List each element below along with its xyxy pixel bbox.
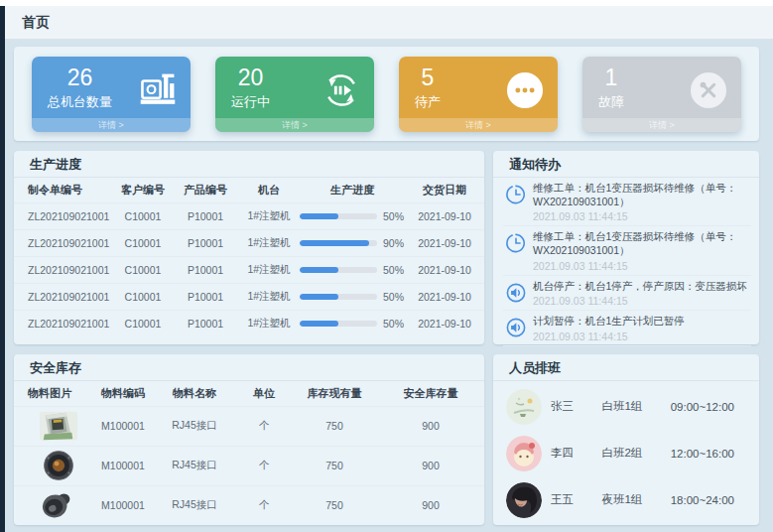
customer-no-cell: C10001 bbox=[113, 283, 173, 310]
progress-label: 50% bbox=[383, 318, 404, 330]
staff-shift: 夜班1组 bbox=[601, 492, 670, 507]
staff-shift: 白班1组 bbox=[601, 399, 670, 414]
staff-schedule-panel: 人员排班 bbox=[493, 354, 759, 525]
notice-timestamp: 2021.09.03 11:44:15 bbox=[533, 210, 751, 222]
card-detail-link[interactable]: 详情 > bbox=[399, 118, 558, 132]
stat-label: 待产 bbox=[415, 93, 441, 111]
notice-item[interactable]: 机台停产：机台1停产，停产原因：变压器损坏 2021.09.03 11:44:1… bbox=[503, 276, 751, 312]
notice-text: 维修工单：机台1变压器损坏待维修（单号：WX202109031001） bbox=[533, 182, 751, 208]
material-image-cell bbox=[14, 485, 93, 525]
avatar bbox=[506, 436, 542, 471]
material-name-cell: RJ45接口 bbox=[153, 446, 236, 485]
card-detail-link[interactable]: 详情 > bbox=[582, 118, 741, 132]
tools-icon bbox=[690, 71, 727, 109]
material-code-cell: M100001 bbox=[93, 406, 153, 446]
stat-card[interactable]: 5 待产 bbox=[399, 57, 558, 132]
progress-bar bbox=[300, 294, 377, 300]
column-header: 库存现有量 bbox=[292, 381, 377, 406]
notice-item[interactable]: 计划暂停：机台1生产计划已暂停 2021.09.03 11:44:15 bbox=[503, 311, 751, 346]
unit-cell: 个 bbox=[236, 406, 292, 446]
content: 26 总机台数量 bbox=[5, 40, 773, 532]
production-row: ZL202109021001 C10001 P10001 1#注塑机 bbox=[14, 310, 484, 336]
notice-text: 机台停产：机台1停产，停产原因：变压器损坏 bbox=[533, 280, 747, 294]
stat-card[interactable]: 26 总机台数量 bbox=[32, 57, 191, 132]
top-strip bbox=[0, 0, 773, 6]
progress-label: 50% bbox=[383, 264, 404, 276]
staff-row: 张三 白班1组 09:00~12:00 bbox=[493, 383, 759, 430]
delivery-date-cell: 2021-09-10 bbox=[405, 283, 484, 310]
inventory-row: M100001 RJ45接口 个 750 900 bbox=[14, 446, 484, 485]
notice-body: 计划暂停：机台1生产计划已暂停 2021.09.03 11:44:15 bbox=[533, 315, 685, 342]
material-image-cell bbox=[14, 446, 93, 485]
notice-timestamp: 2021.09.03 11:44:15 bbox=[533, 260, 751, 272]
column-header: 客户编号 bbox=[113, 178, 173, 202]
current-stock-cell: 750 bbox=[292, 485, 377, 525]
notice-text: 维修工单：机台1变压器损坏待维修（单号：WX202109031001） bbox=[533, 230, 751, 257]
material-name-cell: RJ45接口 bbox=[153, 406, 236, 446]
card-detail-link[interactable]: 详情 > bbox=[215, 118, 374, 132]
stat-card-body: 1 故障 bbox=[582, 57, 741, 111]
stat-value: 1 bbox=[598, 66, 624, 90]
panel-title: 生产进度 bbox=[14, 151, 484, 178]
progress-label: 90% bbox=[383, 237, 404, 249]
avatar bbox=[506, 389, 542, 425]
stat-card-body: 20 运行中 bbox=[215, 57, 374, 111]
order-no-cell: ZL202109021001 bbox=[14, 202, 113, 229]
progress-bar bbox=[300, 240, 377, 246]
staff-name: 李四 bbox=[551, 446, 601, 461]
stat-label: 故障 bbox=[598, 93, 624, 111]
notice-list: 维修工单：机台1变压器损坏待维修（单号：WX202109031001） 2021… bbox=[493, 178, 759, 346]
notice-item[interactable]: 维修工单：机台1变压器损坏待维修（单号：WX202109031001） 2021… bbox=[503, 178, 751, 226]
progress-label: 50% bbox=[383, 210, 404, 222]
product-no-cell: P10001 bbox=[173, 283, 238, 310]
progress-bar bbox=[300, 267, 377, 273]
cone-speaker-image bbox=[40, 489, 77, 521]
speaker-icon bbox=[505, 317, 527, 338]
order-no-cell: ZL202109021001 bbox=[14, 256, 113, 283]
avatar bbox=[506, 482, 542, 518]
material-code-cell: M100001 bbox=[93, 485, 153, 525]
inventory-row: M100001 RJ45接口 个 750 900 bbox=[14, 485, 484, 525]
todo-notices-panel: 通知待办 维修工单：机台1变压器损坏待 bbox=[493, 151, 759, 344]
column-header: 物料名称 bbox=[153, 381, 236, 406]
stat-card-body: 26 总机台数量 bbox=[32, 57, 191, 111]
progress-fill bbox=[300, 321, 338, 327]
customer-no-cell: C10001 bbox=[113, 202, 173, 229]
machine-cell: 1#注塑机 bbox=[238, 202, 300, 229]
material-image-cell bbox=[14, 406, 93, 446]
inventory-row: M100001 RJ45接口 个 750 900 bbox=[14, 406, 484, 446]
safety-stock-cell: 900 bbox=[377, 446, 484, 485]
product-no-cell: P10001 bbox=[173, 229, 238, 256]
progress-cell: 50% bbox=[300, 310, 405, 336]
notice-item[interactable]: 维修工单：机台1变压器损坏待维修（单号：WX202109031001） 2021… bbox=[503, 226, 751, 275]
progress-fill bbox=[300, 240, 369, 246]
current-stock-cell: 750 bbox=[292, 406, 377, 446]
stat-label: 运行中 bbox=[231, 93, 270, 111]
machine-cell: 1#注塑机 bbox=[238, 310, 300, 336]
tab-bar: 首页 bbox=[5, 6, 773, 40]
panel-title: 人员排班 bbox=[493, 354, 759, 381]
card-detail-link[interactable]: 详情 > bbox=[32, 118, 191, 132]
machine-cell: 1#注塑机 bbox=[238, 283, 300, 310]
staff-shift: 白班2组 bbox=[601, 446, 670, 461]
round-speaker-image bbox=[40, 450, 77, 481]
column-header: 生产进度 bbox=[300, 178, 405, 202]
customer-no-cell: C10001 bbox=[113, 256, 173, 283]
staff-time: 18:00~24:00 bbox=[671, 494, 734, 506]
product-no-cell: P10001 bbox=[173, 202, 238, 229]
production-progress-panel: 生产进度 制令单编号 客户编号 产品编号 机台 生产进度 交货日期 bbox=[14, 151, 484, 344]
stat-card[interactable]: 20 运行中 bbox=[215, 57, 374, 132]
column-header: 单位 bbox=[236, 381, 292, 406]
customer-no-cell: C10001 bbox=[113, 229, 173, 256]
delivery-date-cell: 2021-09-10 bbox=[405, 256, 484, 283]
tab-home[interactable]: 首页 bbox=[22, 14, 50, 32]
rj45-connector-image bbox=[40, 410, 77, 442]
stat-card[interactable]: 1 故障 bbox=[582, 57, 741, 132]
notice-timestamp: 2021.09.03 11:44:15 bbox=[533, 295, 747, 307]
current-stock-cell: 750 bbox=[292, 446, 377, 485]
staff-time: 12:00~16:00 bbox=[671, 448, 734, 460]
column-header: 机台 bbox=[238, 178, 300, 202]
staff-name: 张三 bbox=[551, 399, 601, 414]
progress-fill bbox=[300, 267, 338, 273]
order-no-cell: ZL202109021001 bbox=[14, 229, 113, 256]
